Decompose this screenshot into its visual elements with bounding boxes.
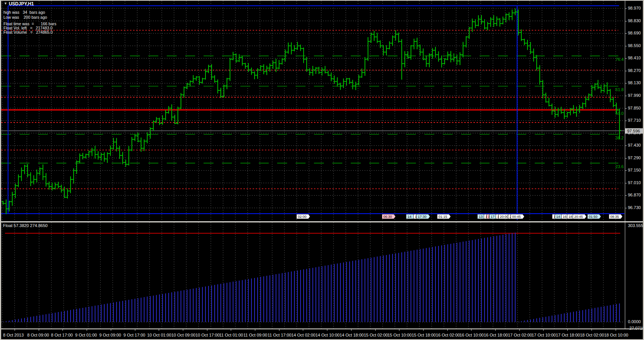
price-axis-tick bbox=[625, 58, 627, 59]
mt4-chart-window: 76.461.850.038.223.6 ▼USDJPY,H1 high was… bbox=[0, 0, 644, 340]
time-axis-label: 9 Oct 17:00 bbox=[123, 333, 145, 337]
price-axis-label: 98.550 bbox=[628, 43, 641, 48]
time-axis-label: 18 Oct 02:00 bbox=[580, 333, 604, 337]
frame-top bbox=[0, 0, 644, 1]
float-indicator-window[interactable]: Float 57.3820 274.8650 bbox=[1, 222, 625, 329]
time-axis-tick bbox=[495, 329, 496, 331]
price-axis-label: 96.870 bbox=[628, 193, 641, 197]
time-axis-label: 15 Oct 02:00 bbox=[364, 333, 388, 337]
main-chart-area[interactable]: 76.461.850.038.223.6 ▼USDJPY,H1 high was… bbox=[1, 1, 625, 221]
time-axis-tick bbox=[543, 329, 544, 331]
price-axis-tick bbox=[625, 170, 627, 171]
price-axis-label: 98.690 bbox=[628, 31, 641, 35]
time-axis-label: 14 Oct 02:00 bbox=[291, 333, 315, 337]
time-axis-label: 16 Oct 10:00 bbox=[460, 333, 484, 337]
time-axis-label: 10 Oct 01:00 bbox=[147, 333, 171, 337]
svg-text:23.6: 23.6 bbox=[616, 164, 624, 169]
float-histogram-plot[interactable] bbox=[1, 222, 625, 329]
chart-symbol-title[interactable]: USDJPY,H1 bbox=[9, 1, 34, 7]
price-axis-tick bbox=[625, 8, 627, 9]
time-axis-tick bbox=[39, 329, 39, 331]
time-axis-label: 15 Oct 18:00 bbox=[412, 333, 436, 337]
time-axis-label: 8 Oct 2013 bbox=[3, 333, 24, 337]
time-axis-tick bbox=[616, 329, 616, 331]
time-axis-label: 14 Oct 18:00 bbox=[340, 333, 364, 337]
time-axis-label: 10 Oct 09:00 bbox=[171, 333, 196, 337]
time-axis-label: 11 Oct 01:00 bbox=[219, 333, 243, 337]
time-axis-tick bbox=[183, 329, 183, 331]
time-axis[interactable]: 8 Oct 20138 Oct 09:008 Oct 17:009 Oct 01… bbox=[0, 329, 644, 339]
session-time-tag[interactable]: 20:45 bbox=[573, 214, 586, 219]
high-info-line: high was 34 bars ago bbox=[3, 10, 47, 15]
time-axis-tick bbox=[15, 329, 15, 331]
price-axis[interactable]: 97.596 98.97098.83098.69098.55098.41098.… bbox=[625, 1, 643, 329]
window-divider[interactable] bbox=[1, 221, 643, 222]
session-time-tag[interactable]: 08:35 bbox=[609, 214, 623, 219]
float-axis-label: -27.0718 bbox=[628, 326, 644, 330]
time-axis-label: 16 Oct 18:00 bbox=[484, 333, 508, 337]
float-axis-label: 0.0000 bbox=[628, 319, 641, 324]
price-axis-tick bbox=[625, 71, 627, 71]
price-axis-tick bbox=[625, 121, 627, 121]
time-axis-tick bbox=[87, 329, 87, 331]
time-axis-tick bbox=[471, 329, 472, 331]
price-axis-label: 98.830 bbox=[628, 18, 641, 23]
time-axis-tick bbox=[279, 329, 279, 331]
price-axis-tick bbox=[625, 46, 627, 46]
axis-separator-line bbox=[1, 329, 643, 329]
time-axis-tick bbox=[327, 329, 327, 331]
time-axis-tick bbox=[375, 329, 376, 331]
time-axis-tick bbox=[591, 329, 592, 331]
price-axis-label: 96.730 bbox=[628, 205, 641, 210]
price-axis-tick bbox=[625, 96, 627, 96]
price-axis-label: 97.010 bbox=[628, 180, 641, 185]
time-axis-label: 16 Oct 02:00 bbox=[436, 333, 460, 337]
price-axis-label: 98.270 bbox=[628, 68, 641, 73]
price-axis-tick bbox=[625, 145, 627, 146]
chevron-down-icon[interactable]: ▼ bbox=[4, 2, 7, 5]
time-axis-label: 18 Oct 10:00 bbox=[604, 333, 628, 337]
time-axis-label: 14 Oct 10:00 bbox=[315, 333, 340, 337]
price-axis-tick bbox=[625, 195, 627, 196]
float-info: Float time was = 166 barsFloat Vol. left… bbox=[3, 22, 56, 34]
frame-left bbox=[0, 0, 1, 340]
price-axis-label: 97.150 bbox=[628, 168, 641, 172]
time-axis-tick bbox=[62, 329, 63, 331]
time-axis-label: 9 Oct 01:00 bbox=[75, 333, 97, 337]
time-axis-label: 8 Oct 17:00 bbox=[51, 333, 73, 337]
session-time-tag[interactable]: 06:30 bbox=[382, 214, 396, 219]
time-axis-label: 17 Oct 18:00 bbox=[556, 333, 580, 337]
session-time-tag[interactable]: 00:45 bbox=[511, 214, 524, 219]
price-axis-tick bbox=[625, 83, 627, 83]
float-volume-line: Float Volume = 274865.0 bbox=[3, 30, 56, 34]
session-time-tag[interactable]: 17:30 bbox=[416, 214, 430, 219]
session-time-tag[interactable]: 02:00 bbox=[296, 214, 310, 219]
time-axis-label: 15 Oct 10:00 bbox=[388, 333, 412, 337]
price-axis-label: 97.430 bbox=[628, 143, 641, 147]
time-axis-label: 11 Oct 09:00 bbox=[243, 333, 267, 337]
time-axis-tick bbox=[351, 329, 352, 331]
time-axis-tick bbox=[135, 329, 135, 331]
time-axis-tick bbox=[231, 329, 231, 331]
svg-text:61.8: 61.8 bbox=[616, 87, 624, 92]
time-axis-tick bbox=[207, 329, 207, 331]
high-low-info: high was 34 bars agoLow was 200 bars ago bbox=[3, 10, 47, 20]
time-axis-tick bbox=[255, 329, 255, 331]
time-axis-tick bbox=[519, 329, 520, 331]
time-axis-label: 17 Oct 02:00 bbox=[508, 333, 532, 337]
price-axis-label: 98.410 bbox=[628, 56, 641, 60]
price-axis-tick bbox=[625, 183, 627, 183]
time-axis-label: 8 Oct 09:00 bbox=[27, 333, 49, 337]
price-axis-label: 98.130 bbox=[628, 80, 641, 85]
price-chart-plot[interactable]: 76.461.850.038.223.6 bbox=[1, 1, 625, 221]
chart-title-row[interactable]: ▼USDJPY,H1 bbox=[4, 1, 34, 7]
price-axis-label: 97.990 bbox=[628, 93, 641, 98]
session-time-tag[interactable]: 01:50 bbox=[587, 214, 601, 219]
time-axis-label: 17 Oct 10:00 bbox=[532, 333, 556, 337]
price-axis-tick bbox=[625, 33, 627, 34]
session-time-tag[interactable]: 01:15 bbox=[437, 214, 451, 219]
time-axis-tick bbox=[567, 329, 568, 331]
price-axis-label: 97.710 bbox=[628, 118, 641, 123]
time-axis-tick bbox=[111, 329, 111, 331]
price-axis-label: 98.970 bbox=[628, 6, 641, 10]
